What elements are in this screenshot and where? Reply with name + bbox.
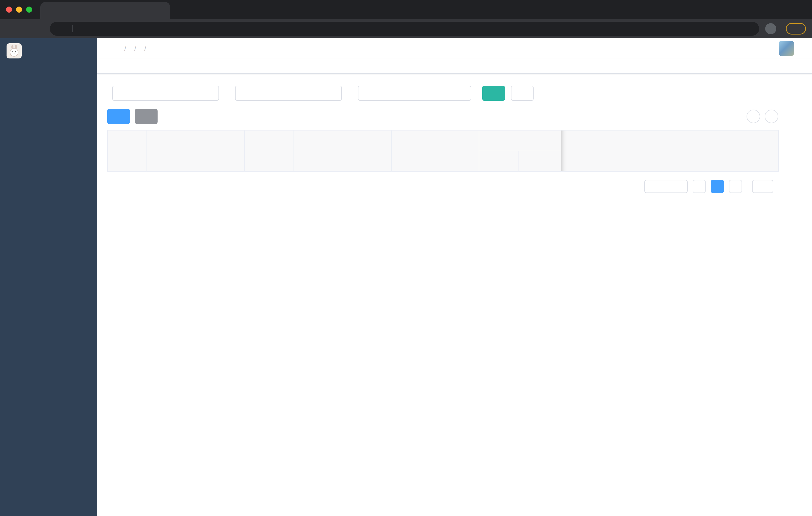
help-icon[interactable]	[728, 44, 736, 53]
content	[97, 74, 812, 516]
table-tools	[747, 110, 778, 123]
column-header-active	[519, 151, 561, 172]
search-icon[interactable]	[695, 44, 703, 53]
magnifier-icon	[750, 113, 757, 120]
column-header-created	[392, 131, 479, 172]
forward-button[interactable]	[21, 24, 29, 33]
prev-page-button[interactable]	[693, 180, 706, 193]
password-key-icon[interactable]	[731, 25, 738, 32]
chevron-right-icon	[733, 184, 738, 189]
import-process-button[interactable]	[135, 109, 157, 124]
column-header-id	[108, 131, 147, 172]
tags-bar	[97, 58, 812, 74]
user-avatar	[779, 41, 794, 56]
app-logo-row[interactable]	[0, 38, 97, 63]
breadcrumb-separator: /	[135, 44, 137, 52]
refresh-table-button[interactable]	[765, 110, 778, 123]
process-model-table	[107, 130, 778, 172]
show-search-button[interactable]	[747, 110, 760, 123]
pagination	[107, 180, 778, 193]
search-button[interactable]	[482, 86, 505, 101]
column-group-deployment	[479, 131, 561, 151]
kebab-menu-icon[interactable]	[795, 25, 802, 32]
category-select[interactable]	[358, 86, 471, 101]
upload-icon	[142, 113, 148, 119]
back-button[interactable]	[6, 24, 14, 33]
not-secure-icon	[56, 25, 62, 32]
breadcrumb-separator: /	[144, 44, 146, 52]
page-1-button[interactable]	[711, 180, 724, 193]
window-zoom-button[interactable]	[26, 6, 32, 12]
address-bar[interactable]	[50, 22, 759, 36]
next-page-button[interactable]	[729, 180, 742, 193]
browser-tabstrip	[0, 0, 812, 19]
caret-down-icon	[796, 44, 805, 53]
refresh-icon	[518, 90, 524, 96]
refresh-icon	[768, 113, 775, 120]
window-minimize-button[interactable]	[16, 6, 22, 12]
navbar-actions	[695, 41, 805, 56]
column-header-version	[479, 151, 519, 172]
font-size-icon[interactable]	[761, 45, 771, 52]
fullscreen-icon[interactable]	[745, 44, 753, 53]
incognito-badge	[765, 23, 780, 34]
sidebar-menu	[0, 63, 97, 516]
incognito-avatar[interactable]	[765, 23, 776, 34]
plus-icon	[114, 113, 120, 119]
caret-down-icon	[460, 90, 466, 96]
screenshot-root: / / /	[0, 0, 812, 516]
new-tab-button[interactable]	[177, 5, 185, 13]
filter-form	[107, 86, 802, 101]
app-frame: / / /	[0, 38, 812, 516]
goto-page-input[interactable]	[752, 180, 773, 193]
breadcrumb-separator: /	[124, 44, 126, 52]
main-area: / / /	[97, 38, 812, 516]
column-header-form	[293, 131, 392, 172]
column-header-actions	[561, 131, 779, 172]
navbar: / / /	[97, 38, 812, 58]
browser-toolbar	[0, 19, 812, 38]
reload-button[interactable]	[35, 24, 44, 33]
reset-button[interactable]	[511, 86, 533, 101]
user-menu[interactable]	[779, 41, 805, 56]
incognito-icon	[767, 25, 774, 32]
window-close-button[interactable]	[6, 6, 12, 12]
column-header-category	[245, 131, 293, 172]
breadcrumb: / / /	[120, 44, 150, 52]
create-process-button[interactable]	[107, 109, 130, 124]
hamburger-icon[interactable]	[104, 45, 113, 52]
page-size-select[interactable]	[644, 180, 688, 193]
chevron-left-icon	[696, 184, 702, 189]
sidebar	[0, 38, 97, 516]
divider	[72, 25, 72, 32]
site-favicon	[45, 7, 52, 14]
app-logo	[6, 43, 22, 58]
magnifier-icon	[489, 90, 495, 96]
caret-down-icon	[678, 184, 683, 189]
update-button[interactable]	[786, 23, 806, 34]
browser-tab[interactable]	[40, 2, 170, 19]
column-header-name	[147, 131, 245, 172]
process-name-input[interactable]	[235, 86, 342, 101]
window-controls	[6, 6, 32, 12]
process-id-input[interactable]	[112, 86, 219, 101]
tab-close-icon[interactable]	[160, 8, 165, 13]
table-toolbar	[107, 109, 778, 124]
github-icon[interactable]	[711, 44, 720, 53]
bookmark-star-icon[interactable]	[746, 25, 753, 32]
